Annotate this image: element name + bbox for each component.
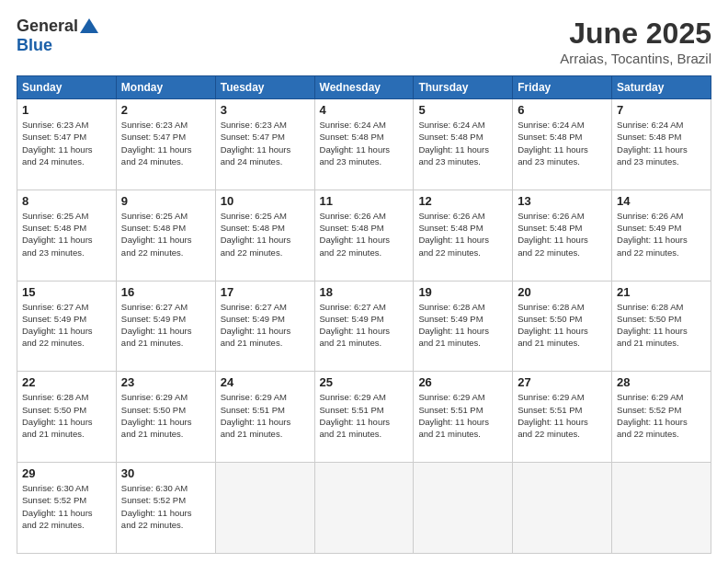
calendar-day-cell bbox=[215, 463, 314, 554]
day-info: Sunrise: 6:23 AMSunset: 5:47 PMDaylight:… bbox=[121, 119, 210, 167]
logo-blue-text: Blue bbox=[17, 36, 52, 55]
day-number: 4 bbox=[320, 103, 409, 117]
day-info: Sunrise: 6:26 AMSunset: 5:49 PMDaylight:… bbox=[617, 210, 706, 259]
calendar-day-cell: 5Sunrise: 6:24 AMSunset: 5:48 PMDaylight… bbox=[414, 99, 513, 190]
day-info: Sunrise: 6:24 AMSunset: 5:48 PMDaylight:… bbox=[518, 119, 607, 167]
calendar-day-cell: 7Sunrise: 6:24 AMSunset: 5:48 PMDaylight… bbox=[612, 99, 711, 190]
calendar-day-cell: 30Sunrise: 6:30 AMSunset: 5:52 PMDayligh… bbox=[116, 463, 215, 554]
calendar-day-cell: 11Sunrise: 6:26 AMSunset: 5:48 PMDayligh… bbox=[314, 190, 414, 281]
calendar-day-cell: 29Sunrise: 6:30 AMSunset: 5:52 PMDayligh… bbox=[17, 463, 117, 554]
header-cell-saturday: Saturday bbox=[612, 76, 711, 99]
day-info: Sunrise: 6:28 AMSunset: 5:50 PMDaylight:… bbox=[518, 301, 607, 350]
day-number: 11 bbox=[320, 194, 409, 208]
day-number: 20 bbox=[518, 285, 607, 299]
day-info: Sunrise: 6:28 AMSunset: 5:50 PMDaylight:… bbox=[617, 301, 706, 350]
calendar-day-cell: 21Sunrise: 6:28 AMSunset: 5:50 PMDayligh… bbox=[612, 281, 711, 372]
day-info: Sunrise: 6:26 AMSunset: 5:48 PMDaylight:… bbox=[320, 210, 409, 259]
day-number: 28 bbox=[617, 375, 706, 389]
calendar-day-cell: 8Sunrise: 6:25 AMSunset: 5:48 PMDaylight… bbox=[17, 190, 117, 281]
day-number: 26 bbox=[418, 375, 507, 389]
calendar-day-cell: 18Sunrise: 6:27 AMSunset: 5:49 PMDayligh… bbox=[314, 281, 414, 372]
day-info: Sunrise: 6:29 AMSunset: 5:51 PMDaylight:… bbox=[418, 391, 507, 440]
calendar-table: SundayMondayTuesdayWednesdayThursdayFrid… bbox=[17, 75, 711, 554]
day-info: Sunrise: 6:29 AMSunset: 5:51 PMDaylight:… bbox=[518, 391, 607, 440]
day-info: Sunrise: 6:23 AMSunset: 5:47 PMDaylight:… bbox=[221, 119, 310, 167]
day-info: Sunrise: 6:30 AMSunset: 5:52 PMDaylight:… bbox=[22, 482, 111, 531]
day-info: Sunrise: 6:28 AMSunset: 5:49 PMDaylight:… bbox=[418, 301, 507, 350]
day-info: Sunrise: 6:27 AMSunset: 5:49 PMDaylight:… bbox=[121, 301, 210, 350]
calendar-day-cell: 13Sunrise: 6:26 AMSunset: 5:48 PMDayligh… bbox=[513, 190, 612, 281]
day-number: 21 bbox=[617, 285, 706, 299]
calendar-day-cell: 10Sunrise: 6:25 AMSunset: 5:48 PMDayligh… bbox=[215, 190, 314, 281]
calendar-week-row: 8Sunrise: 6:25 AMSunset: 5:48 PMDaylight… bbox=[17, 190, 711, 281]
logo: General Blue bbox=[17, 17, 98, 55]
header-cell-tuesday: Tuesday bbox=[215, 76, 314, 99]
page: General Blue June 2025 Arraias, Tocantin… bbox=[0, 0, 728, 563]
day-info: Sunrise: 6:27 AMSunset: 5:49 PMDaylight:… bbox=[320, 301, 409, 350]
calendar-day-cell: 4Sunrise: 6:24 AMSunset: 5:48 PMDaylight… bbox=[314, 99, 414, 190]
day-info: Sunrise: 6:29 AMSunset: 5:50 PMDaylight:… bbox=[121, 391, 210, 440]
day-number: 10 bbox=[221, 194, 310, 208]
header-cell-friday: Friday bbox=[513, 76, 612, 99]
header-cell-monday: Monday bbox=[116, 76, 215, 99]
calendar-day-cell: 6Sunrise: 6:24 AMSunset: 5:48 PMDaylight… bbox=[513, 99, 612, 190]
day-number: 25 bbox=[320, 375, 409, 389]
day-number: 19 bbox=[418, 285, 507, 299]
calendar-day-cell: 24Sunrise: 6:29 AMSunset: 5:51 PMDayligh… bbox=[215, 372, 314, 463]
day-number: 1 bbox=[22, 103, 111, 117]
day-info: Sunrise: 6:27 AMSunset: 5:49 PMDaylight:… bbox=[221, 301, 310, 350]
day-info: Sunrise: 6:25 AMSunset: 5:48 PMDaylight:… bbox=[221, 210, 310, 259]
header-cell-sunday: Sunday bbox=[17, 76, 117, 99]
day-number: 22 bbox=[22, 375, 111, 389]
day-number: 12 bbox=[418, 194, 507, 208]
day-number: 2 bbox=[121, 103, 210, 117]
day-info: Sunrise: 6:29 AMSunset: 5:51 PMDaylight:… bbox=[320, 391, 409, 440]
day-info: Sunrise: 6:24 AMSunset: 5:48 PMDaylight:… bbox=[320, 119, 409, 167]
calendar-week-row: 15Sunrise: 6:27 AMSunset: 5:49 PMDayligh… bbox=[17, 281, 711, 372]
calendar-day-cell: 23Sunrise: 6:29 AMSunset: 5:50 PMDayligh… bbox=[116, 372, 215, 463]
day-number: 15 bbox=[22, 285, 111, 299]
calendar-day-cell: 12Sunrise: 6:26 AMSunset: 5:48 PMDayligh… bbox=[414, 190, 513, 281]
calendar-week-row: 29Sunrise: 6:30 AMSunset: 5:52 PMDayligh… bbox=[17, 463, 711, 554]
header-row: SundayMondayTuesdayWednesdayThursdayFrid… bbox=[17, 76, 711, 99]
day-number: 14 bbox=[617, 194, 706, 208]
header-cell-thursday: Thursday bbox=[414, 76, 513, 99]
calendar-title: June 2025 bbox=[560, 17, 711, 51]
calendar-day-cell: 25Sunrise: 6:29 AMSunset: 5:51 PMDayligh… bbox=[314, 372, 414, 463]
day-number: 27 bbox=[518, 375, 607, 389]
day-number: 13 bbox=[518, 194, 607, 208]
day-info: Sunrise: 6:24 AMSunset: 5:48 PMDaylight:… bbox=[418, 119, 507, 167]
calendar-day-cell: 28Sunrise: 6:29 AMSunset: 5:52 PMDayligh… bbox=[612, 372, 711, 463]
calendar-day-cell: 2Sunrise: 6:23 AMSunset: 5:47 PMDaylight… bbox=[116, 99, 215, 190]
calendar-day-cell: 20Sunrise: 6:28 AMSunset: 5:50 PMDayligh… bbox=[513, 281, 612, 372]
day-info: Sunrise: 6:29 AMSunset: 5:51 PMDaylight:… bbox=[221, 391, 310, 440]
day-info: Sunrise: 6:24 AMSunset: 5:48 PMDaylight:… bbox=[617, 119, 706, 167]
day-number: 3 bbox=[221, 103, 310, 117]
day-number: 5 bbox=[418, 103, 507, 117]
day-info: Sunrise: 6:27 AMSunset: 5:49 PMDaylight:… bbox=[22, 301, 111, 350]
day-number: 8 bbox=[22, 194, 111, 208]
day-number: 16 bbox=[121, 285, 210, 299]
day-info: Sunrise: 6:26 AMSunset: 5:48 PMDaylight:… bbox=[518, 210, 607, 259]
calendar-day-cell: 17Sunrise: 6:27 AMSunset: 5:49 PMDayligh… bbox=[215, 281, 314, 372]
day-number: 7 bbox=[617, 103, 706, 117]
day-info: Sunrise: 6:29 AMSunset: 5:52 PMDaylight:… bbox=[617, 391, 706, 440]
logo-general-text: General bbox=[17, 17, 78, 36]
day-info: Sunrise: 6:28 AMSunset: 5:50 PMDaylight:… bbox=[22, 391, 111, 440]
title-block: June 2025 Arraias, Tocantins, Brazil bbox=[560, 17, 711, 66]
header-cell-wednesday: Wednesday bbox=[314, 76, 414, 99]
day-number: 23 bbox=[121, 375, 210, 389]
header: General Blue June 2025 Arraias, Tocantin… bbox=[17, 17, 711, 66]
calendar-day-cell bbox=[513, 463, 612, 554]
day-info: Sunrise: 6:30 AMSunset: 5:52 PMDaylight:… bbox=[121, 482, 210, 531]
day-number: 24 bbox=[221, 375, 310, 389]
calendar-day-cell bbox=[612, 463, 711, 554]
day-number: 17 bbox=[221, 285, 310, 299]
day-info: Sunrise: 6:25 AMSunset: 5:48 PMDaylight:… bbox=[121, 210, 210, 259]
day-number: 29 bbox=[22, 466, 111, 480]
calendar-day-cell: 22Sunrise: 6:28 AMSunset: 5:50 PMDayligh… bbox=[17, 372, 117, 463]
calendar-day-cell: 15Sunrise: 6:27 AMSunset: 5:49 PMDayligh… bbox=[17, 281, 117, 372]
day-number: 6 bbox=[518, 103, 607, 117]
calendar-day-cell: 26Sunrise: 6:29 AMSunset: 5:51 PMDayligh… bbox=[414, 372, 513, 463]
calendar-day-cell bbox=[314, 463, 414, 554]
